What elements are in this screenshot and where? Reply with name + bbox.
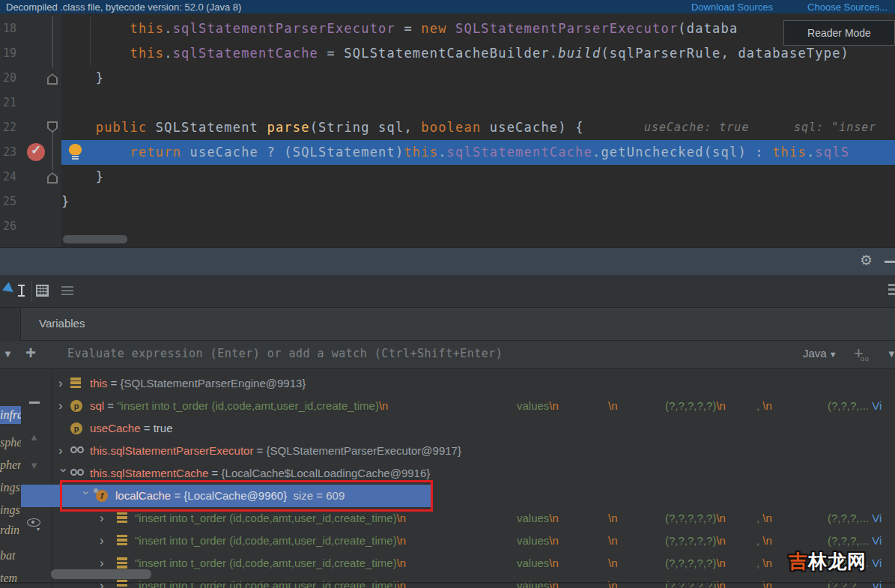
variable-text-segment: \n <box>397 534 407 547</box>
string-column: (?,?,?,... Vi <box>828 395 882 417</box>
debugger-toolbar <box>0 275 895 308</box>
code-line[interactable]: 19 this.sqlStatementCache = SQLStatement… <box>0 41 895 66</box>
code-segment: this <box>772 145 807 160</box>
line-number[interactable]: 18 <box>3 16 24 41</box>
code-segment: . <box>807 145 815 160</box>
code-segment: this <box>61 21 164 36</box>
variable-text-segment: Vi <box>869 534 882 547</box>
evaluate-expression-input[interactable]: Evaluate expression (Enter) or add a wat… <box>67 347 503 360</box>
annotation-box <box>60 480 433 512</box>
gear-icon[interactable]: ⚙ <box>860 252 873 269</box>
variable-text-segment: "insert into t_order (id,code,amt,user_i… <box>117 399 379 412</box>
string-column: (?,?,?,?,?)\n <box>665 507 726 530</box>
object-icon <box>70 378 81 389</box>
code-segment: new <box>421 21 446 36</box>
code-segment: sqlStatementCache <box>447 145 592 160</box>
line-number[interactable]: 23 <box>3 140 24 165</box>
variable-text-segment: \n <box>762 557 772 569</box>
variable-row[interactable]: ›psql = "insert into t_order (id,code,am… <box>21 395 895 417</box>
choose-sources-link[interactable]: Choose Sources... <box>807 1 888 13</box>
frame-list-item[interactable]: pher <box>0 456 21 474</box>
code-segment: SQLStatement <box>147 120 267 135</box>
fold-marker-icon[interactable] <box>47 73 58 85</box>
variable-text-segment: \n <box>397 579 407 588</box>
variable-row[interactable]: ›this = {SQLStatementParserEngine@9913} <box>21 372 895 395</box>
chevron-down-icon[interactable]: ▼ <box>3 348 13 360</box>
code-line[interactable]: 23✓ return useCache ? (SQLStatement)this… <box>0 140 895 165</box>
variable-text-segment: (?,?,?,?,?) <box>665 399 716 412</box>
code-segment: (sqlParserRule, databaseType) <box>601 46 849 61</box>
run-to-cursor-icon[interactable] <box>3 282 28 299</box>
minimize-icon[interactable] <box>885 261 895 263</box>
icon-part <box>18 285 25 297</box>
fold-marker-icon[interactable] <box>47 172 58 184</box>
chevron-right-icon[interactable]: › <box>58 441 69 461</box>
frame-list-item[interactable]: ings <box>0 501 21 519</box>
chevron-right-icon[interactable]: › <box>58 374 69 393</box>
variable-row[interactable]: puseCache = true <box>21 417 895 440</box>
code-segment: public <box>61 120 147 135</box>
fold-marker-icon[interactable] <box>47 121 58 133</box>
variable-text-segment: values <box>517 579 549 588</box>
line-number[interactable]: 21 <box>3 91 24 115</box>
code-line[interactable]: 20 } <box>0 66 895 91</box>
string-column: (?,?,?,?,?)\n <box>665 575 726 588</box>
variable-text: "insert into t_order (id,code,amt,user_i… <box>135 552 406 575</box>
watermark-text: 林龙网 <box>808 551 867 572</box>
variable-text-segment: (?,?,?,?,?) <box>665 534 716 547</box>
variable-text-segment: \n <box>549 557 559 569</box>
code-text: } <box>61 66 104 91</box>
variable-text-segment: \n <box>716 557 726 569</box>
breakpoint-icon[interactable]: ✓ <box>27 143 45 161</box>
code-line[interactable]: 22 public SQLStatement parse(String sql,… <box>0 115 895 140</box>
evaluate-table-icon[interactable] <box>36 285 49 297</box>
download-sources-link[interactable]: Download Sources <box>691 1 773 13</box>
add-watch-button[interactable]: + <box>25 342 36 363</box>
variable-text-segment: \n <box>716 512 726 524</box>
variable-row[interactable]: ›"insert into t_order (id,code,amt,user_… <box>21 552 895 575</box>
frame-list-item[interactable]: ings <box>0 479 21 497</box>
frame-list-item[interactable]: bat <box>0 547 21 565</box>
code-line[interactable]: 25} <box>0 190 895 214</box>
line-number[interactable]: 24 <box>3 165 24 190</box>
variable-text-segment: \n <box>549 579 559 588</box>
line-number[interactable]: 25 <box>3 190 24 214</box>
string-column: , \n <box>756 507 772 530</box>
editor-h-scrollbar-thumb[interactable] <box>63 235 127 243</box>
code-line[interactable]: 24 } <box>0 165 895 190</box>
layout-settings-icon[interactable] <box>61 286 73 296</box>
variable-text: this = {SQLStatementParserEngine@9913} <box>90 372 306 395</box>
frame-list-item[interactable]: sphe <box>0 434 21 452</box>
code-line[interactable]: 21 <box>0 91 895 115</box>
frame-list-item[interactable]: tem <box>0 569 21 587</box>
code-segment: build <box>558 46 601 61</box>
variable-row[interactable]: ›this.sqlStatementParserExecutor = {SQLS… <box>21 440 895 462</box>
code-segment: return <box>61 145 181 160</box>
language-label: Java <box>803 347 827 360</box>
add-to-watches-icon[interactable]: +oo <box>854 344 873 363</box>
variables-tab-label[interactable]: Variables <box>39 317 85 330</box>
icon-part: oo <box>861 355 870 363</box>
frame-list-item[interactable]: rdin <box>0 521 21 539</box>
line-number[interactable]: 26 <box>3 214 24 239</box>
string-column: \n <box>608 507 618 530</box>
variable-row[interactable]: ›"insert into t_order (id,code,amt,user_… <box>21 530 895 552</box>
tree-h-scrollbar-thumb[interactable] <box>51 569 151 579</box>
chevron-right-icon[interactable]: › <box>58 396 69 416</box>
frame-list-item[interactable]: infra <box>0 406 21 424</box>
variable-text-segment: Vi <box>869 512 882 524</box>
chevron-down-icon[interactable]: ▼ <box>887 348 895 360</box>
chevron-right-icon[interactable]: › <box>100 531 110 551</box>
line-number[interactable]: 22 <box>3 115 24 140</box>
line-number[interactable]: 19 <box>3 41 24 66</box>
variable-text-segment: values <box>517 534 549 547</box>
code-line[interactable]: 18 this.sqlStatementParserExecutor = new… <box>0 16 895 41</box>
line-number[interactable]: 20 <box>3 66 24 91</box>
icon-part <box>70 446 77 453</box>
code-editor[interactable]: 18 this.sqlStatementParserExecutor = new… <box>0 13 895 247</box>
toolbar-right-partial-icon[interactable] <box>888 284 895 296</box>
variable-row[interactable]: ›"insert into t_order (id,code,amt,user_… <box>21 575 895 588</box>
object-icon <box>117 512 127 524</box>
language-selector[interactable]: Java▼ <box>803 347 837 360</box>
code-line[interactable]: 26 <box>0 214 895 239</box>
